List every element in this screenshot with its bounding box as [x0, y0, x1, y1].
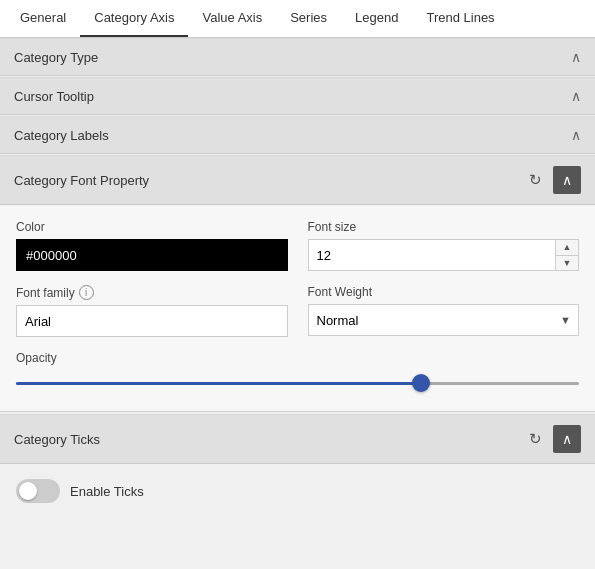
category-type-chevron-icon: ∧ [571, 49, 581, 65]
tab-legend[interactable]: Legend [341, 0, 412, 37]
font-size-down-button[interactable]: ▼ [556, 255, 578, 271]
opacity-label: Opacity [16, 351, 579, 365]
category-ticks-header[interactable]: Category Ticks ↻ ∧ [0, 414, 595, 464]
font-size-spinner: ▲ ▼ [555, 240, 578, 270]
enable-ticks-wrap: Enable Ticks [0, 465, 595, 517]
font-size-input[interactable] [309, 240, 556, 270]
category-labels-header[interactable]: Category Labels ∧ [0, 116, 595, 154]
fontfamily-fontweight-row: Font family i Font Weight Normal Bold Li… [16, 285, 579, 337]
ticks-section-actions: ↻ ∧ [521, 425, 581, 453]
category-type-title: Category Type [14, 50, 98, 65]
color-label: Color [16, 220, 288, 234]
cursor-tooltip-header[interactable]: Cursor Tooltip ∧ [0, 77, 595, 115]
font-family-group: Font family i [16, 285, 288, 337]
font-size-label: Font size [308, 220, 580, 234]
category-type-header[interactable]: Category Type ∧ [0, 38, 595, 76]
tab-bar: General Category Axis Value Axis Series … [0, 0, 595, 38]
collapse-icon[interactable]: ∧ [553, 166, 581, 194]
font-weight-label: Font Weight [308, 285, 580, 299]
category-font-property-header[interactable]: Category Font Property ↻ ∧ [0, 155, 595, 205]
font-weight-select-wrap: Normal Bold Lighter Bolder ▼ [308, 304, 580, 336]
ticks-refresh-icon[interactable]: ↻ [521, 425, 549, 453]
font-family-label: Font family i [16, 285, 288, 300]
font-size-up-button[interactable]: ▲ [556, 240, 578, 255]
tab-trend-lines[interactable]: Trend Lines [412, 0, 508, 37]
font-size-input-wrap: ▲ ▼ [308, 239, 580, 271]
category-font-property-title: Category Font Property [14, 173, 149, 188]
color-fontsize-row: Color Font size ▲ ▼ [16, 220, 579, 271]
category-ticks-title: Category Ticks [14, 432, 100, 447]
ticks-collapse-icon[interactable]: ∧ [553, 425, 581, 453]
font-family-input[interactable] [16, 305, 288, 337]
opacity-slider-wrap [16, 373, 579, 393]
font-property-form: Color Font size ▲ ▼ Font family i [0, 206, 595, 412]
color-group: Color [16, 220, 288, 271]
cursor-tooltip-chevron-icon: ∧ [571, 88, 581, 104]
toggle-thumb [19, 482, 37, 500]
font-weight-group: Font Weight Normal Bold Lighter Bolder ▼ [308, 285, 580, 337]
tab-value-axis[interactable]: Value Axis [188, 0, 276, 37]
content-area: Category Type ∧ Cursor Tooltip ∧ Categor… [0, 38, 595, 566]
enable-ticks-toggle[interactable] [16, 479, 60, 503]
refresh-icon[interactable]: ↻ [521, 166, 549, 194]
enable-ticks-label: Enable Ticks [70, 484, 144, 499]
tab-general[interactable]: General [6, 0, 80, 37]
opacity-section: Opacity [16, 351, 579, 393]
section-actions: ↻ ∧ [521, 166, 581, 194]
font-family-info-icon[interactable]: i [79, 285, 94, 300]
toggle-track [16, 479, 60, 503]
category-labels-title: Category Labels [14, 128, 109, 143]
tab-category-axis[interactable]: Category Axis [80, 0, 188, 37]
font-weight-select[interactable]: Normal Bold Lighter Bolder [308, 304, 580, 336]
color-input[interactable] [16, 239, 288, 271]
font-size-group: Font size ▲ ▼ [308, 220, 580, 271]
category-labels-chevron-icon: ∧ [571, 127, 581, 143]
cursor-tooltip-title: Cursor Tooltip [14, 89, 94, 104]
tab-series[interactable]: Series [276, 0, 341, 37]
